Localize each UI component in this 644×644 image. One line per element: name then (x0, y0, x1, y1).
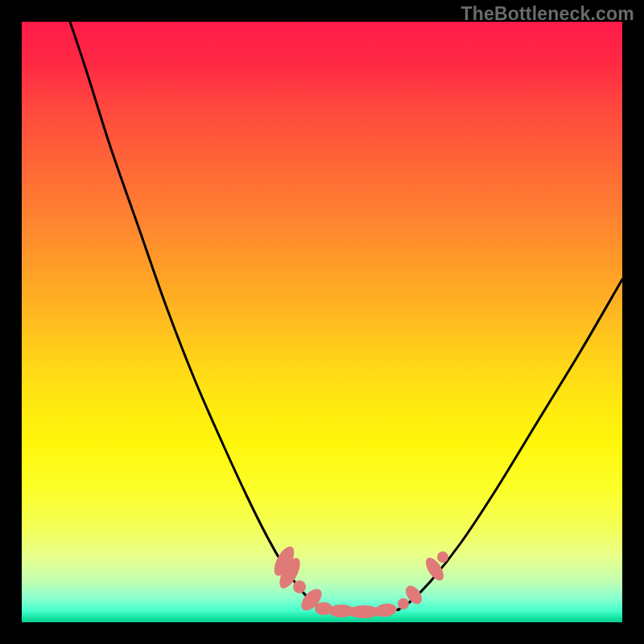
curve-marker (293, 580, 306, 593)
plot-area (22, 22, 622, 622)
curve-layer (22, 22, 622, 622)
curve-marker (437, 551, 448, 563)
bottleneck-curve (70, 22, 622, 612)
watermark-text: TheBottleneck.com (460, 3, 634, 25)
curve-marker (374, 602, 398, 618)
chart-frame: TheBottleneck.com (0, 0, 644, 644)
curve-marker (398, 598, 409, 609)
